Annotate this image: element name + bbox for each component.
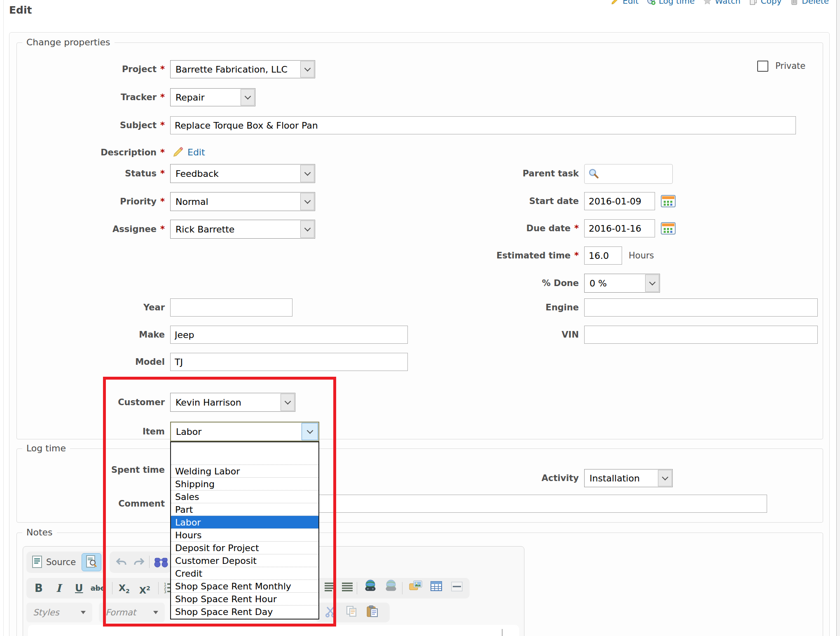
assignee-select-button[interactable] xyxy=(300,221,314,238)
item-select-button[interactable] xyxy=(302,423,318,440)
subject-input[interactable] xyxy=(170,116,796,134)
estimated-time-input[interactable] xyxy=(584,246,622,265)
percent-done-select-value: 0 % xyxy=(585,274,645,292)
project-select-button[interactable] xyxy=(300,61,314,77)
link-icon[interactable] xyxy=(363,580,377,594)
table-icon[interactable] xyxy=(430,580,442,594)
activity-select-button[interactable] xyxy=(658,470,672,486)
dropdown-option[interactable]: Shop Space Rent Hour xyxy=(171,592,318,605)
priority-select-value: Normal xyxy=(171,192,300,211)
dropdown-option[interactable]: Hours xyxy=(171,528,318,541)
superscript-icon[interactable]: X2 xyxy=(139,578,150,598)
toolbar-divider xyxy=(357,582,357,594)
priority-select-button[interactable] xyxy=(300,193,314,210)
customer-select[interactable]: Kevin Harrison xyxy=(170,393,295,412)
watch-action-label: Watch xyxy=(715,0,740,6)
dropdown-option[interactable]: Credit xyxy=(171,567,318,580)
status-select[interactable]: Feedback xyxy=(170,164,315,183)
copy-icon xyxy=(749,0,758,5)
issue-edit-page: Edit Log time Watch Copy Delete Edit Cha… xyxy=(0,0,840,636)
preview-button[interactable] xyxy=(82,553,101,571)
dropdown-option[interactable]: Shipping xyxy=(171,477,318,490)
calendar-icon[interactable] xyxy=(661,222,676,237)
dropdown-option[interactable]: Welding Labor xyxy=(171,465,318,477)
vertical-scrollbar[interactable] xyxy=(836,0,840,636)
svg-text:3: 3 xyxy=(164,590,166,594)
percent-done-select[interactable]: 0 % xyxy=(584,274,660,293)
dropdown-option[interactable]: Sales xyxy=(171,490,318,503)
bold-icon[interactable]: B xyxy=(35,578,43,598)
tracker-select-button[interactable] xyxy=(241,89,255,106)
find-icon[interactable] xyxy=(154,556,168,570)
priority-label: Priority* xyxy=(12,192,165,211)
customer-select-button[interactable] xyxy=(281,394,295,411)
format-dropdown[interactable]: Format xyxy=(99,603,165,622)
undo-icon[interactable] xyxy=(115,556,128,569)
dropdown-option[interactable] xyxy=(171,442,318,465)
page-title: Edit xyxy=(9,4,32,16)
estimated-time-unit: Hours xyxy=(629,246,654,265)
year-input[interactable] xyxy=(170,298,292,317)
tracker-select[interactable]: Repair xyxy=(170,88,255,106)
percent-done-select-button[interactable] xyxy=(645,275,659,292)
scroll-up-icon[interactable] xyxy=(502,630,503,636)
paste-icon[interactable] xyxy=(366,605,378,619)
justify-icon[interactable] xyxy=(324,582,336,594)
vin-label: VIN xyxy=(420,326,579,344)
customer-label: Customer xyxy=(12,393,165,412)
dropdown-option[interactable]: Deposit for Project xyxy=(171,541,318,554)
dropdown-option[interactable]: Shop Space Rent Day xyxy=(171,605,318,618)
dropdown-option[interactable]: Customer Deposit xyxy=(171,554,318,567)
chevron-down-icon xyxy=(662,474,668,480)
required-asterisk: * xyxy=(160,92,165,102)
dropdown-option[interactable]: Shop Space Rent Monthly xyxy=(171,580,318,592)
activity-select[interactable]: Installation xyxy=(584,469,673,487)
item-select[interactable]: Labor xyxy=(170,422,319,441)
calendar-icon[interactable] xyxy=(661,195,676,209)
dropdown-option[interactable]: Part xyxy=(171,503,318,516)
styles-dropdown[interactable]: Styles xyxy=(26,603,92,622)
clock-add-icon xyxy=(647,0,656,5)
notes-text-area[interactable] xyxy=(28,625,519,636)
priority-select[interactable]: Normal xyxy=(170,192,315,211)
project-select[interactable]: Barrette Fabrication, LLC xyxy=(170,60,315,78)
change-properties-legend: Change properties xyxy=(22,37,115,47)
log-time-action-link[interactable]: Log time xyxy=(647,0,695,6)
tracker-select-value: Repair xyxy=(171,89,240,106)
model-input[interactable] xyxy=(170,353,408,371)
underline-icon[interactable]: U xyxy=(75,578,83,598)
engine-input[interactable] xyxy=(584,298,818,317)
source-button[interactable]: Source xyxy=(46,552,76,573)
model-label: Model xyxy=(12,353,165,371)
description-edit-link[interactable]: Edit xyxy=(187,144,205,161)
dropdown-option-selected[interactable]: Labor xyxy=(171,516,318,528)
required-asterisk: * xyxy=(160,148,165,157)
comment-label: Comment xyxy=(12,495,165,513)
strikethrough-icon[interactable]: abc xyxy=(91,578,105,598)
due-date-input[interactable] xyxy=(584,219,655,237)
private-checkbox[interactable] xyxy=(757,61,768,72)
assignee-select[interactable]: Rick Barrette xyxy=(170,220,315,239)
copy-action-link[interactable]: Copy xyxy=(749,0,782,6)
chevron-down-icon xyxy=(304,197,311,204)
edit-action-link[interactable]: Edit xyxy=(611,0,639,6)
chevron-down-icon xyxy=(307,427,313,434)
status-select-button[interactable] xyxy=(300,165,314,182)
unlink-icon[interactable] xyxy=(384,580,398,594)
cut-icon[interactable] xyxy=(325,606,337,619)
redo-icon[interactable] xyxy=(133,556,145,569)
vin-input[interactable] xyxy=(584,326,818,344)
delete-action-link[interactable]: Delete xyxy=(790,0,829,6)
preview-icon xyxy=(86,555,97,569)
watch-action-link[interactable]: Watch xyxy=(703,0,740,6)
subscript-icon[interactable]: X2 xyxy=(119,578,130,598)
horizontal-rule-icon[interactable] xyxy=(451,581,463,594)
align-icon[interactable] xyxy=(341,582,353,594)
source-icon[interactable] xyxy=(32,556,42,570)
copy-action-label: Copy xyxy=(761,0,782,6)
start-date-input[interactable] xyxy=(584,192,655,210)
italic-icon[interactable]: I xyxy=(56,578,61,598)
image-icon[interactable] xyxy=(409,580,423,593)
copy-document-icon[interactable] xyxy=(345,605,358,619)
make-input[interactable] xyxy=(170,326,408,344)
